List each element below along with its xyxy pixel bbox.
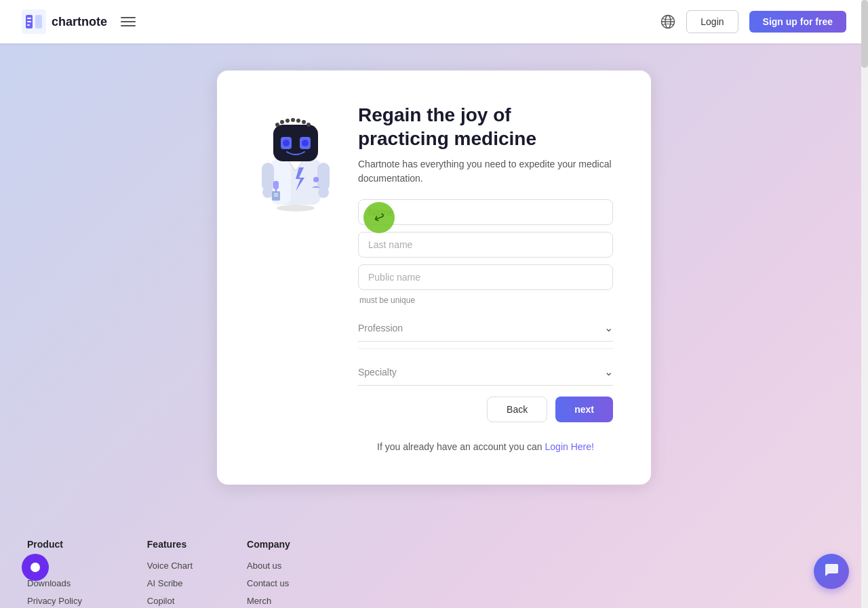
footer-voicechart-link[interactable]: Voice Chart [147, 561, 193, 571]
name-input[interactable] [358, 199, 613, 225]
svg-rect-13 [262, 163, 274, 191]
specialty-chevron-icon: ⌄ [604, 365, 613, 378]
list-item: Merch [247, 594, 347, 607]
form-subtitle: Chartnote has everything you need to exp… [358, 157, 613, 186]
footer-features-heading: Features [147, 539, 193, 550]
specialty-select[interactable]: Specialty ⌄ [358, 359, 613, 386]
header-right: Login Sign up for free [660, 10, 846, 33]
svg-point-29 [280, 120, 284, 124]
header-left: chartnote [22, 9, 138, 34]
svg-rect-4 [27, 21, 31, 22]
purple-dot-button[interactable] [22, 554, 49, 581]
list-item: Privacy Policy [27, 594, 93, 607]
svg-rect-23 [273, 125, 318, 161]
footer-columns: Product Plans Downloads Privacy Policy T… [27, 539, 841, 608]
footer-company-col: Company About us Contact us Merch f [247, 539, 347, 608]
scrollbar-thumb[interactable] [861, 0, 868, 68]
next-button[interactable]: next [555, 397, 613, 422]
svg-point-32 [296, 119, 300, 123]
svg-point-16 [318, 187, 329, 198]
footer-aiscribe-link[interactable]: AI Scribe [147, 578, 183, 588]
footer-product-heading: Product [27, 539, 93, 550]
footer: Product Plans Downloads Privacy Policy T… [0, 512, 868, 608]
lastname-input[interactable] [358, 232, 613, 258]
public-name-input[interactable] [358, 264, 613, 290]
hamburger-line1 [121, 17, 136, 18]
profession-select[interactable]: Profession ⌄ [358, 315, 613, 342]
logo-text: chartnote [52, 15, 107, 29]
list-item: About us [247, 559, 347, 571]
svg-rect-14 [317, 163, 330, 191]
card-inner: Regain the joy of practicing medicine Ch… [255, 103, 613, 452]
robot-illustration [255, 103, 336, 211]
footer-features-col: Features Voice Chart AI Scribe Copilot D… [147, 539, 193, 608]
svg-rect-17 [273, 181, 279, 189]
footer-company-links: About us Contact us Merch [247, 559, 347, 607]
hamburger-button[interactable] [118, 14, 138, 29]
footer-privacy-link[interactable]: Privacy Policy [27, 596, 82, 606]
list-item: Copilot [147, 594, 193, 607]
name-field-wrap: ↩ [358, 199, 613, 232]
list-item: AI Scribe [147, 577, 193, 589]
svg-point-31 [291, 118, 295, 122]
svg-point-28 [275, 123, 279, 127]
svg-rect-5 [27, 24, 30, 26]
chat-bubble-icon [823, 561, 840, 582]
footer-features-links: Voice Chart AI Scribe Copilot Dictation … [147, 559, 193, 608]
svg-rect-2 [35, 15, 42, 28]
svg-point-15 [262, 187, 273, 198]
form-buttons: Back next [358, 397, 613, 422]
hamburger-line2 [121, 21, 136, 22]
login-here-link[interactable]: Login Here! [545, 441, 594, 452]
logo-icon [22, 9, 46, 34]
svg-point-33 [302, 120, 306, 124]
svg-point-30 [285, 119, 290, 123]
footer-company-heading: Company [247, 539, 347, 550]
chat-bubble-button[interactable] [814, 554, 849, 589]
login-prompt: If you already have an account you can L… [358, 441, 613, 452]
profession-label: Profession [358, 323, 403, 333]
main-content: Regain the joy of practicing medicine Ch… [0, 43, 868, 512]
signup-button[interactable]: Sign up for free [749, 11, 846, 33]
footer-contact-link[interactable]: Contact us [247, 578, 289, 588]
header: chartnote Login Sign up for free [0, 0, 868, 43]
svg-rect-3 [27, 18, 31, 19]
login-button[interactable]: Login [686, 10, 738, 33]
public-name-wrap [358, 264, 613, 293]
purple-dot-inner [31, 563, 40, 572]
footer-copilot-link[interactable]: Copilot [147, 596, 174, 606]
robot-svg [258, 103, 333, 211]
list-item: Contact us [247, 577, 347, 589]
profession-chevron-icon: ⌄ [604, 321, 613, 334]
footer-merch-link[interactable]: Merch [247, 596, 271, 606]
footer-about-link[interactable]: About us [247, 561, 281, 571]
registration-card: Regain the joy of practicing medicine Ch… [217, 70, 651, 485]
svg-point-19 [313, 177, 319, 182]
globe-icon [660, 14, 675, 29]
list-item: Voice Chart [147, 559, 193, 571]
public-name-note: must be unique [359, 296, 613, 305]
form-title: Regain the joy of practicing medicine [358, 103, 613, 150]
globe-button[interactable] [660, 14, 675, 29]
back-button[interactable]: Back [487, 397, 547, 422]
specialty-label: Specialty [358, 367, 397, 378]
svg-point-25 [283, 140, 290, 146]
svg-point-27 [302, 140, 309, 146]
hamburger-line3 [121, 25, 136, 26]
svg-point-34 [307, 123, 311, 127]
form-area: Regain the joy of practicing medicine Ch… [358, 103, 613, 452]
scrollbar-track [861, 0, 868, 608]
profession-divider [358, 348, 613, 349]
svg-rect-0 [22, 9, 46, 34]
svg-point-9 [277, 205, 315, 211]
logo-link[interactable]: chartnote [22, 9, 107, 34]
